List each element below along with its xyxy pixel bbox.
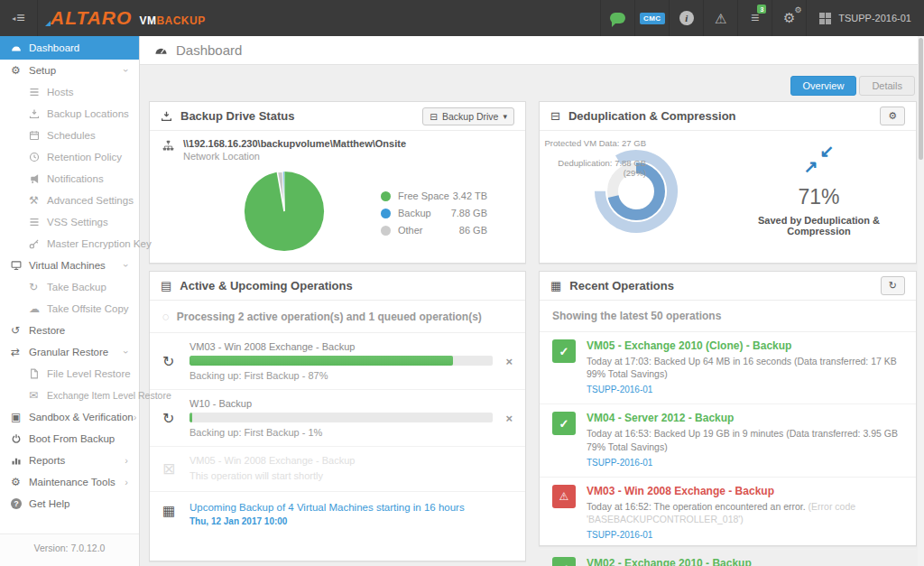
main-content: Dashboard Overview Details Backup Drive … bbox=[140, 36, 924, 566]
protected-vm-data-label: Protected VM Data: 27 GB bbox=[540, 138, 646, 148]
cog-small-icon: ⚙ bbox=[794, 5, 801, 14]
sidebar-item-vss-settings[interactable]: VSS Settings bbox=[0, 211, 139, 233]
sidebar-item-notifications[interactable]: Notifications bbox=[0, 168, 139, 190]
sidebar-item-take-offsite-copy[interactable]: ☁ Take Offsite Copy bbox=[0, 298, 139, 320]
sidebar-item-get-help[interactable]: ? Get Help bbox=[0, 493, 139, 515]
warning-icon: ⚠ bbox=[715, 12, 726, 25]
savings-percent: 71% bbox=[729, 185, 909, 209]
chevron-right-icon: › bbox=[134, 412, 137, 422]
operation-name: VM05 - Win 2008 Exchange - Backup bbox=[189, 455, 513, 466]
backup-location-path: \\192.168.16.230\backupvolume\Matthew\On… bbox=[183, 138, 406, 149]
panel-title: Recent Operations bbox=[569, 279, 674, 292]
sidebar-item-master-encryption-key[interactable]: Master Encryption Key bbox=[0, 233, 139, 255]
sidebar-item-dashboard[interactable]: Dashboard bbox=[0, 36, 139, 60]
recent-op-detail: Today at 16:53: Backed Up 19 GB in 9 min… bbox=[587, 427, 903, 452]
sidebar-item-maintenance-tools[interactable]: ⚙ Maintenance Tools › bbox=[0, 471, 139, 493]
panel-title: Backup Drive Status bbox=[180, 109, 294, 123]
sidebar-item-sandbox-verification[interactable]: ▣ Sandbox & Verification › bbox=[0, 406, 139, 428]
settings-button[interactable]: ⚙⚙ bbox=[772, 0, 806, 36]
free-space-dot bbox=[381, 191, 391, 201]
list-icon bbox=[29, 87, 47, 97]
gear-icon: ⚙ bbox=[11, 64, 29, 77]
recent-op-server-link[interactable]: TSUPP-2016-01 bbox=[587, 530, 652, 540]
feedback-button[interactable] bbox=[600, 0, 634, 36]
server-selector[interactable]: TSUPP-2016-01 bbox=[806, 0, 924, 36]
pie-legend: Free Space 3.42 TB Backup 7.88 GB Other … bbox=[381, 184, 487, 242]
sidebar-item-backup-locations[interactable]: Backup Locations bbox=[0, 103, 139, 125]
recent-op-server-link[interactable]: TSUPP-2016-01 bbox=[587, 385, 652, 394]
scrollbar-thumb[interactable] bbox=[919, 38, 923, 160]
recent-operation-row: ✓ VM05 - Exchange 2010 (Clone) - Backup … bbox=[540, 332, 916, 404]
progress-bar bbox=[189, 413, 493, 422]
dedup-settings-button[interactable]: ⚙ bbox=[880, 107, 905, 125]
operation-status: Backing up: First Backup - 87% bbox=[189, 370, 493, 381]
recent-operations-panel: ▦ Recent Operations ↻ Showing the latest… bbox=[539, 271, 917, 546]
error-warning-icon: ⚠ bbox=[552, 485, 576, 508]
refresh-button[interactable]: ↻ bbox=[881, 276, 905, 295]
chevron-right-icon: › bbox=[125, 455, 128, 466]
gear-icon: ⚙ bbox=[888, 110, 897, 122]
recent-op-server-link[interactable]: TSUPP-2016-01 bbox=[587, 458, 652, 468]
success-check-icon: ✓ bbox=[552, 412, 576, 435]
refresh-icon: ↻ bbox=[889, 280, 897, 292]
info-button[interactable]: i bbox=[669, 0, 703, 36]
cmc-button[interactable]: CMC bbox=[634, 0, 669, 36]
scrollbar[interactable] bbox=[918, 36, 924, 566]
sidebar-item-restore[interactable]: ↺ Restore bbox=[0, 320, 139, 341]
recent-operation-row: ✓ VM04 - Server 2012 - Backup Today at 1… bbox=[540, 404, 916, 477]
operation-name: VM03 - Win 2008 Exchange - Backup bbox=[189, 341, 493, 352]
brand-altaro: ALTARO bbox=[51, 7, 132, 29]
page-header: Dashboard bbox=[140, 36, 924, 65]
upcoming-backup-link[interactable]: Upcoming Backup of 4 Virtual Machines st… bbox=[189, 502, 465, 513]
view-toggle: Overview Details bbox=[790, 76, 915, 96]
sidebar-item-retention-policy[interactable]: Retention Policy bbox=[0, 146, 139, 168]
backup-location-row: \\192.168.16.230\backupvolume\Matthew\On… bbox=[150, 131, 525, 167]
details-button[interactable]: Details bbox=[859, 76, 915, 96]
sidebar-item-reports[interactable]: Reports › bbox=[0, 450, 139, 471]
sync-icon: ↻ bbox=[162, 353, 189, 370]
calendar-check-icon: ▦ bbox=[550, 279, 561, 292]
sidebar-item-granular-restore[interactable]: ⇄ Granular Restore › bbox=[0, 341, 139, 363]
recent-op-detail: Today at 16:52: The operation encountere… bbox=[587, 500, 903, 525]
backup-drive-dropdown-button[interactable]: ⊟ Backup Drive ▾ bbox=[422, 107, 514, 125]
bar-chart-icon bbox=[11, 455, 29, 466]
wrench-icon: ⚒ bbox=[29, 194, 47, 207]
retweet-icon: ⇄ bbox=[11, 346, 29, 358]
undo-icon: ↺ bbox=[11, 324, 29, 337]
logo-accent bbox=[45, 21, 51, 26]
progress-fill bbox=[189, 356, 453, 366]
active-operations-panel: ▤ Active & Upcoming Operations ◌ Process… bbox=[149, 271, 526, 561]
sidebar-item-file-level-restore[interactable]: File Level Restore bbox=[0, 363, 139, 385]
deduplication-label: Deduplication: 7.88 GB (29%) bbox=[540, 158, 646, 178]
sidebar-item-hosts[interactable]: Hosts bbox=[0, 81, 139, 103]
brand-logo: ALTARO VM BACKUP bbox=[51, 7, 206, 29]
operation-name: W10 - Backup bbox=[189, 398, 493, 409]
overview-button[interactable]: Overview bbox=[790, 76, 857, 96]
sidebar-item-exchange-item-level-restore[interactable]: ✉ Exchange Item Level Restore bbox=[0, 385, 139, 406]
sidebar-item-advanced-settings[interactable]: ⚒ Advanced Settings bbox=[0, 190, 139, 211]
sidebar-item-setup[interactable]: ⚙ Setup › bbox=[0, 60, 139, 81]
queued-icon: ⊠ bbox=[162, 459, 189, 478]
gauge-icon bbox=[154, 43, 168, 57]
spinner-icon: ◌ bbox=[162, 310, 170, 323]
altaro-vm-backup-app: ◂ ≡ ALTARO VM BACKUP CMC i ⚠ bbox=[0, 0, 924, 566]
hdd-icon: ⊟ bbox=[430, 111, 438, 122]
cloud-upload-icon: ☁ bbox=[29, 302, 47, 315]
panel-header: ▤ Active & Upcoming Operations bbox=[150, 272, 525, 301]
sidebar-item-schedules[interactable]: Schedules bbox=[0, 125, 139, 146]
brand-backup: BACKUP bbox=[156, 14, 205, 27]
sidebar-item-take-backup[interactable]: ↻ Take Backup bbox=[0, 276, 139, 298]
tasks-button[interactable]: ≡ 3 bbox=[737, 0, 772, 36]
backup-drive-status-panel: Backup Drive Status ⊟ Backup Drive ▾ \\1… bbox=[149, 101, 526, 264]
alerts-button[interactable]: ⚠ bbox=[703, 0, 737, 36]
envelope-icon: ✉ bbox=[29, 389, 47, 402]
cancel-operation-button[interactable]: × bbox=[493, 412, 513, 425]
recent-op-name: VM05 - Exchange 2010 (Clone) - Backup bbox=[587, 339, 903, 352]
cancel-operation-button[interactable]: × bbox=[493, 355, 513, 368]
windows-logo-icon bbox=[819, 13, 831, 24]
sidebar-item-boot-from-backup[interactable]: Boot From Backup bbox=[0, 428, 139, 450]
topbar-actions: CMC i ⚠ ≡ 3 ⚙⚙ TSUPP-2016-01 bbox=[600, 0, 924, 36]
legend-row-backup: Backup 7.88 GB bbox=[381, 208, 487, 218]
sidebar-item-virtual-machines[interactable]: Virtual Machines › bbox=[0, 255, 139, 276]
sidebar-collapse-button[interactable]: ◂ ≡ bbox=[0, 0, 38, 36]
